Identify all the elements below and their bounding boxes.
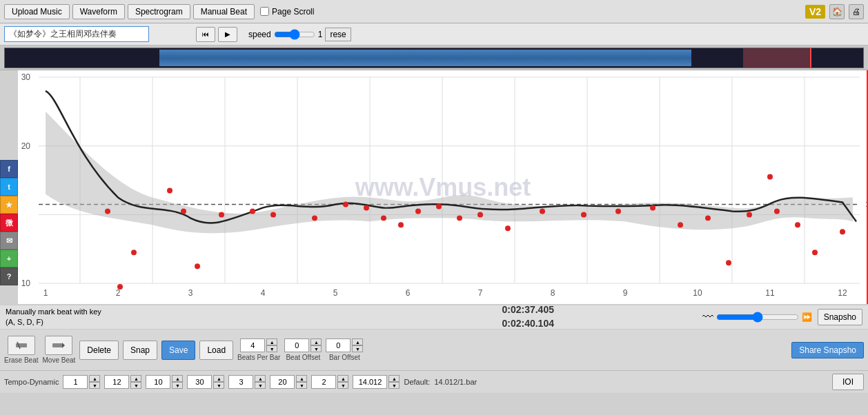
param2-down[interactable]: ▼ xyxy=(130,382,141,389)
param4-up[interactable]: ▲ xyxy=(213,375,224,382)
bar-offset-up[interactable]: ▲ xyxy=(352,338,363,345)
beat-offset-up[interactable]: ▲ xyxy=(310,338,322,345)
facebook-button[interactable]: f xyxy=(0,160,18,178)
rewind-button[interactable]: ⏮ xyxy=(196,27,215,42)
param7-input[interactable] xyxy=(311,375,336,389)
svg-point-46 xyxy=(415,208,421,214)
param1-input[interactable] xyxy=(63,375,88,389)
move-beat-label: Move Beat xyxy=(42,356,75,364)
page-scroll-checkbox[interactable] xyxy=(260,7,269,16)
speed-value: 1 xyxy=(318,30,323,39)
svg-point-50 xyxy=(505,225,511,231)
beats-per-bar-down[interactable]: ▼ xyxy=(266,345,277,352)
chart-area[interactable]: www.Vmus.net 30 20 10 1 xyxy=(18,70,868,305)
param7-up[interactable]: ▲ xyxy=(337,375,348,382)
svg-point-42 xyxy=(343,201,348,207)
v2-badge: V2 xyxy=(805,5,825,19)
svg-point-40 xyxy=(270,212,276,217)
play-button[interactable]: ▶ xyxy=(218,27,237,42)
svg-point-58 xyxy=(747,212,752,217)
beats-per-bar-input[interactable]: 4 xyxy=(240,338,265,352)
param2-input[interactable] xyxy=(104,375,129,389)
svg-point-32 xyxy=(105,208,110,214)
upload-music-button[interactable]: Upload Music xyxy=(4,4,70,19)
param6-down[interactable]: ▼ xyxy=(296,382,307,389)
waveform-overview-inner[interactable] xyxy=(4,48,864,68)
song-row: 《如梦令》之王相周邓垚伴奏 ⏮ ▶ speed 1 rese xyxy=(0,23,868,45)
param5-down[interactable]: ▼ xyxy=(255,382,266,389)
svg-point-48 xyxy=(457,215,462,221)
param4-input[interactable] xyxy=(187,375,212,389)
waveform-overview xyxy=(0,45,868,70)
erase-beat-button[interactable] xyxy=(8,336,35,355)
volume-slider[interactable] xyxy=(716,312,799,323)
param-row: Tempo-Dynamic ▲ ▼ ▲ ▼ ▲ ▼ ▲ ▼ ▲ ▼ xyxy=(0,371,868,393)
svg-text:4: 4 xyxy=(261,288,266,298)
beat-offset-input[interactable]: 0 xyxy=(284,338,309,352)
ioi-button[interactable]: IOI xyxy=(832,374,864,390)
param4-down[interactable]: ▼ xyxy=(213,382,224,389)
param3-up[interactable]: ▲ xyxy=(172,375,183,382)
save-button[interactable]: Save xyxy=(161,341,195,360)
param5-input[interactable] xyxy=(228,375,253,389)
home-icon[interactable]: 🏠 xyxy=(829,4,845,19)
param1-up[interactable]: ▲ xyxy=(89,375,100,382)
svg-point-52 xyxy=(581,212,586,217)
param2-up[interactable]: ▲ xyxy=(130,375,141,382)
svg-text:9: 9 xyxy=(623,288,628,298)
svg-point-49 xyxy=(477,212,483,217)
snap-button[interactable]: Snap xyxy=(123,341,157,360)
bar-offset-down[interactable]: ▼ xyxy=(352,345,363,352)
weibo-button[interactable]: 微 xyxy=(0,214,18,232)
delete-button[interactable]: Delete xyxy=(79,341,119,360)
svg-text:5: 5 xyxy=(333,288,338,298)
param8-down[interactable]: ▼ xyxy=(388,382,400,389)
param5-up[interactable]: ▲ xyxy=(255,375,266,382)
move-beat-button[interactable] xyxy=(45,336,72,355)
svg-point-47 xyxy=(436,203,442,209)
svg-rect-66 xyxy=(52,343,62,347)
param3-input[interactable] xyxy=(146,375,170,389)
svg-text:1: 1 xyxy=(43,288,48,298)
snapshot-button[interactable]: Snapsho xyxy=(818,309,862,325)
spectrogram-button[interactable]: Spectrogram xyxy=(128,4,190,19)
reset-button[interactable]: rese xyxy=(325,28,351,41)
param3-spinner: ▲ ▼ xyxy=(146,375,183,389)
beats-per-bar-up[interactable]: ▲ xyxy=(266,338,277,345)
mail-button[interactable]: ✉ xyxy=(0,232,18,250)
svg-point-33 xyxy=(117,284,123,290)
svg-text:10: 10 xyxy=(693,288,702,298)
load-button[interactable]: Load xyxy=(199,341,233,360)
beats-per-bar-label: Beats Per Bar xyxy=(237,354,280,361)
param1-down[interactable]: ▼ xyxy=(89,382,100,389)
param4-spinner: ▲ ▼ xyxy=(187,375,224,389)
svg-point-41 xyxy=(312,215,317,221)
param8-input[interactable] xyxy=(353,375,387,389)
waveform-button[interactable]: Waveform xyxy=(72,4,125,19)
param3-down[interactable]: ▼ xyxy=(172,382,183,389)
svg-text:11: 11 xyxy=(765,288,775,298)
param6-up[interactable]: ▲ xyxy=(296,375,307,382)
manual-beat-button[interactable]: Manual Beat xyxy=(193,4,255,19)
param6-input[interactable] xyxy=(270,375,295,389)
param8-up[interactable]: ▲ xyxy=(388,375,400,382)
svg-text:30: 30 xyxy=(21,72,31,82)
beat-offset-down[interactable]: ▼ xyxy=(310,345,322,352)
erase-beat-group: Erase Beat xyxy=(4,336,38,364)
twitter-button[interactable]: t xyxy=(0,178,18,196)
speed-slider[interactable] xyxy=(274,29,315,40)
param7-down[interactable]: ▼ xyxy=(337,382,348,389)
param5-spinner: ▲ ▼ xyxy=(228,375,266,389)
share-snapshot-button[interactable]: Share Snapsho xyxy=(791,342,864,358)
help-button[interactable]: ? xyxy=(0,267,18,285)
svg-point-38 xyxy=(219,212,224,217)
volume-area: 〰 ⏩ xyxy=(702,311,812,323)
page-scroll-container: Page Scroll xyxy=(260,7,314,17)
svg-point-61 xyxy=(795,222,800,227)
print-icon[interactable]: 🖨 xyxy=(849,4,864,19)
song-title: 《如梦令》之王相周邓垚伴奏 xyxy=(4,26,149,42)
plus-button[interactable]: + xyxy=(0,250,18,267)
svg-point-45 xyxy=(398,222,404,227)
star-button[interactable]: ★ xyxy=(0,196,18,214)
bar-offset-input[interactable]: 0 xyxy=(326,338,351,352)
